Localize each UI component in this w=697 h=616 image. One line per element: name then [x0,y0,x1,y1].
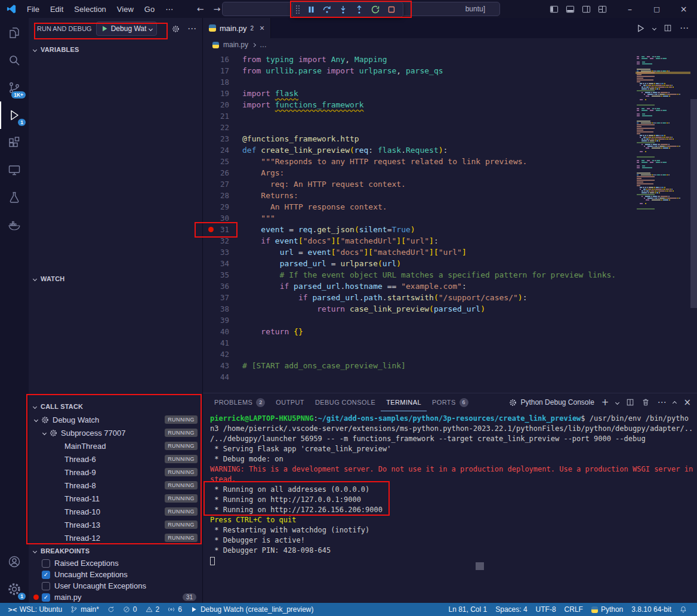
activity-run-debug-icon[interactable]: 1 [0,101,29,129]
pause-button[interactable] [303,3,319,16]
status-warning[interactable]: 2 [141,603,164,616]
status-spaces-4[interactable]: Spaces: 4 [491,603,531,616]
gutter[interactable]: 26 [203,167,238,178]
section-breakpoints[interactable]: BREAKPOINTS [29,544,202,558]
close-icon[interactable]: × [670,0,697,18]
terminal-scrollbar-thumb[interactable] [476,562,484,570]
status-sync[interactable] [103,603,119,616]
toggle-secondary-sidebar-icon[interactable] [582,5,591,14]
toggle-sidebar-icon[interactable] [550,5,559,14]
forward-icon[interactable]: → [214,4,221,14]
checkbox[interactable] [42,582,50,590]
status-branch[interactable]: main* [66,603,103,616]
call-stack-item[interactable]: Subprocess 77007RUNNING [29,426,202,439]
toggle-panel-icon[interactable] [566,5,575,14]
activity-remote-explorer-icon[interactable] [0,156,29,184]
menu-edit[interactable]: Edit [45,5,69,14]
maximize-icon[interactable]: □ [643,0,670,18]
chevron-down-icon[interactable] [34,417,38,421]
gutter[interactable]: 36 [203,281,238,292]
minimap[interactable] [636,51,690,212]
start-debug-icon[interactable] [101,25,108,32]
gutter[interactable]: 35 [203,269,238,281]
breakpoint-item[interactable]: ✓main.py31 [29,592,202,603]
gutter[interactable]: 32 [203,235,238,247]
editor-scrollbar[interactable] [690,51,697,393]
gutter[interactable]: 33 [203,247,238,258]
menu-selection[interactable]: Selection [69,5,111,14]
step-over-button[interactable] [319,3,335,16]
activity-extensions-icon[interactable] [0,129,29,156]
gutter[interactable]: 38 [203,303,238,315]
run-python-icon[interactable] [636,24,645,33]
more-actions-icon[interactable]: ⋯ [657,397,666,408]
step-into-button[interactable] [335,3,351,16]
breakpoint-item[interactable]: ✓Uncaught Exceptions [29,569,202,580]
run-dropdown-icon[interactable] [653,27,656,30]
breadcrumb-more[interactable]: … [260,41,267,49]
status-remote[interactable]: ><WSL: Ubuntu [4,603,66,616]
gutter[interactable]: 43 [203,360,238,371]
debug-toolbar[interactable] [292,2,403,17]
gutter[interactable]: 30 [203,212,238,224]
gutter[interactable]: 39 [203,315,238,326]
gutter[interactable]: 25 [203,156,238,167]
gutter[interactable]: 16 [203,54,238,65]
activity-search-icon[interactable] [0,47,29,74]
gutter[interactable]: 23 [203,133,238,144]
new-terminal-icon[interactable]: + [602,397,609,408]
gutter[interactable]: 34 [203,258,238,269]
status-3-8-10-64-bit[interactable]: 3.8.10 64-bit [627,603,676,616]
status-utf-8[interactable]: UTF-8 [532,603,560,616]
panel-tab-debug-console[interactable]: DEBUG CONSOLE [310,393,381,411]
step-out-button[interactable] [351,3,367,16]
back-icon[interactable]: ← [197,4,204,14]
menu-more[interactable]: ⋯ [160,5,178,14]
scrollbar-thumb[interactable] [690,99,697,308]
status-crlf[interactable]: CRLF [560,603,587,616]
gutter[interactable]: 28 [203,190,238,201]
gutter[interactable]: 21 [203,110,238,122]
tab-main-py[interactable]: main.py 2 × [203,18,271,38]
panel-tab-ports[interactable]: PORTS6 [427,393,474,411]
drag-handle-icon[interactable] [296,5,300,14]
more-actions-icon[interactable]: ⋯ [187,23,196,34]
call-stack-item[interactable]: Thread-8RUNNING [29,479,202,492]
gutter[interactable]: 22 [203,122,238,133]
activity-source-control-icon[interactable]: 1K+ [0,74,29,101]
terminal-instance[interactable]: Python Debug Console [509,398,594,406]
close-tab-icon[interactable]: × [260,23,264,33]
debug-settings-icon[interactable] [172,25,180,33]
restart-button[interactable] [367,3,383,16]
gutter[interactable]: 17 [203,65,238,76]
gutter[interactable]: 27 [203,178,238,190]
section-call-stack[interactable]: CALL STACK [29,400,202,413]
panel-tab-terminal[interactable]: TERMINAL [381,393,427,411]
stop-button[interactable] [383,3,399,16]
call-stack-item[interactable]: Thread-13RUNNING [29,518,202,531]
customize-layout-icon[interactable] [598,5,607,14]
gutter[interactable]: 37 [203,292,238,303]
kill-terminal-icon[interactable] [642,398,650,406]
activity-docker-icon[interactable] [0,211,29,239]
panel-tab-problems[interactable]: PROBLEMS2 [209,393,270,411]
gutter[interactable]: 31 [203,224,238,235]
call-stack-item[interactable]: Thread-6RUNNING [29,452,202,466]
call-stack-item[interactable]: Thread-11RUNNING [29,492,202,505]
breakpoint-item[interactable]: User Uncaught Exceptions [29,580,202,592]
editor[interactable]: 16from typing import Any, Mapping17from … [203,51,697,393]
gutter[interactable]: 19 [203,88,238,99]
gutter[interactable]: 18 [203,76,238,88]
terminal-picker-icon[interactable] [616,401,619,404]
gutter[interactable]: 44 [203,371,238,383]
breakpoint-dot[interactable] [208,227,214,232]
breakpoint-item[interactable]: Raised Exceptions [29,558,202,569]
checkbox[interactable] [42,559,50,568]
call-stack-item[interactable]: Thread-9RUNNING [29,466,202,479]
activity-settings-gear-icon[interactable]: 1 [0,575,29,603]
gutter[interactable]: 24 [203,144,238,156]
maximize-panel-icon[interactable] [673,400,676,405]
gutter[interactable]: 40 [203,326,238,337]
section-watch[interactable]: WATCH [29,272,202,285]
activity-explorer-icon[interactable] [0,19,29,47]
